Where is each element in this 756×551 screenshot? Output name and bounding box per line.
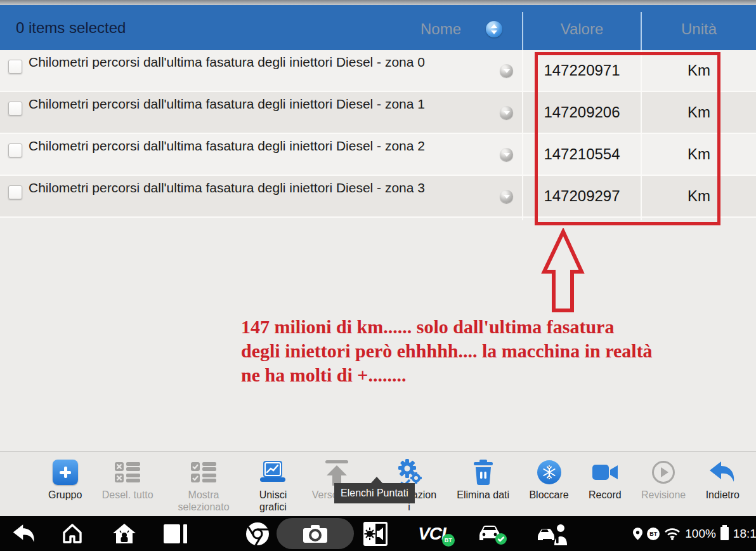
location-icon bbox=[633, 528, 642, 540]
toolbar-label: Mostra selezionato bbox=[173, 489, 234, 513]
toolbar-label: Bloccare bbox=[529, 489, 568, 501]
merge-graphs-icon bbox=[258, 460, 287, 485]
nav-chrome-button[interactable] bbox=[244, 516, 271, 551]
diagnostics-indicator[interactable] bbox=[533, 516, 573, 551]
toolbar-label: Record bbox=[589, 489, 622, 501]
record-button[interactable]: Record bbox=[589, 457, 622, 516]
annotation-text: 147 milioni di km...... solo dall'ultima… bbox=[241, 315, 755, 387]
battery-percent-label: 100% bbox=[685, 527, 716, 541]
top-divider bbox=[0, 0, 756, 5]
row-name: Chilometri percorsi dall'ultima fasatura… bbox=[29, 136, 482, 155]
show-selected-button[interactable]: Mostra selezionato bbox=[173, 457, 234, 516]
nav-camera-button[interactable] bbox=[277, 518, 354, 549]
row-checkbox[interactable] bbox=[8, 102, 22, 116]
group-button[interactable]: Gruppo bbox=[48, 457, 82, 516]
record-icon bbox=[592, 463, 618, 482]
sort-icon[interactable] bbox=[486, 21, 502, 37]
annotation-line: 147 milioni di km...... solo dall'ultima… bbox=[241, 315, 755, 339]
merge-graphs-button[interactable]: Unisci grafici bbox=[254, 457, 292, 516]
battery-icon bbox=[720, 527, 729, 540]
plus-icon bbox=[53, 460, 78, 485]
nav-android-home-button[interactable] bbox=[109, 516, 140, 551]
column-divider bbox=[522, 50, 523, 220]
row-expand-icon[interactable] bbox=[500, 106, 513, 119]
row-checkbox[interactable] bbox=[8, 60, 22, 74]
annotation-line: ne ha molti di +........ bbox=[241, 363, 755, 387]
android-navbar: VCI BT bbox=[0, 516, 756, 551]
brightness-speaker-icon bbox=[363, 521, 388, 547]
android-home-icon bbox=[112, 523, 137, 544]
red-annotation-arrow-icon bbox=[538, 228, 590, 314]
toolbar-label: Unisci grafici bbox=[254, 489, 292, 513]
header-divider bbox=[641, 12, 642, 54]
freeze-button[interactable]: Bloccare bbox=[529, 457, 568, 516]
wifi-icon bbox=[664, 528, 681, 540]
column-header-unita: Unità bbox=[642, 20, 756, 38]
settings-gear-icon bbox=[394, 458, 424, 486]
row-expand-icon[interactable] bbox=[500, 64, 513, 77]
move-up-icon bbox=[323, 459, 351, 486]
toolbar-label: Indietro bbox=[706, 489, 740, 501]
column-header-valore: Valore bbox=[523, 20, 641, 38]
toolbar-label: Revisione bbox=[641, 489, 686, 501]
review-play-icon bbox=[652, 461, 675, 484]
car-check-icon bbox=[476, 522, 509, 545]
toolbar-label: Desel. tutto bbox=[102, 489, 153, 501]
nav-back-icon bbox=[12, 523, 36, 545]
toolbar-label: Gruppo bbox=[48, 489, 82, 501]
car-mechanic-icon bbox=[537, 522, 570, 545]
nav-recents-button[interactable] bbox=[160, 516, 192, 551]
row-expand-icon[interactable] bbox=[500, 190, 513, 203]
row-checkbox[interactable] bbox=[8, 143, 22, 157]
tooltip-text: Elenchi Puntati bbox=[341, 488, 408, 498]
home-icon bbox=[61, 523, 84, 544]
vci-status-indicator[interactable]: VCI BT bbox=[408, 516, 455, 551]
deselect-all-icon bbox=[114, 461, 141, 484]
row-name: Chilometri percorsi dall'ultima fasatura… bbox=[29, 178, 482, 197]
elenchi-puntati-tooltip: Elenchi Puntati bbox=[334, 483, 415, 503]
header-divider bbox=[522, 12, 523, 54]
row-checkbox[interactable] bbox=[8, 185, 22, 199]
table-header-bar: 0 items selected Nome Valore Unità bbox=[0, 5, 756, 50]
vci-logo: VCI BT bbox=[418, 524, 446, 544]
back-arrow-icon bbox=[708, 460, 736, 484]
vehicle-connected-indicator[interactable] bbox=[472, 516, 512, 551]
delete-data-button[interactable]: Elimina dati bbox=[457, 457, 509, 516]
delete-data-icon bbox=[471, 459, 495, 486]
row-name: Chilometri percorsi dall'ultima fasatura… bbox=[29, 95, 482, 113]
recents-icon bbox=[164, 524, 188, 544]
row-name: Chilometri percorsi dall'ultima fasatura… bbox=[29, 53, 482, 71]
column-header-nome: Nome bbox=[403, 20, 479, 38]
freeze-snowflake-icon bbox=[537, 460, 561, 484]
bluetooth-status-icon: BT bbox=[647, 528, 660, 540]
nav-back-button[interactable] bbox=[9, 516, 39, 551]
deselect-all-button[interactable]: Desel. tutto bbox=[102, 457, 153, 516]
status-area: BT 100% 18:11 bbox=[633, 516, 756, 551]
back-button[interactable]: Indietro bbox=[706, 457, 740, 516]
nav-display-audio-button[interactable] bbox=[360, 516, 391, 551]
clock-label: 18:11 bbox=[733, 527, 756, 541]
show-selected-icon bbox=[190, 461, 218, 484]
toolbar-label: Elimina dati bbox=[457, 489, 509, 501]
chrome-icon bbox=[245, 522, 270, 546]
vci-bt-badge: BT bbox=[442, 534, 455, 547]
red-annotation-box bbox=[535, 52, 720, 225]
nav-home-button[interactable] bbox=[58, 516, 86, 551]
review-button[interactable]: Revisione bbox=[641, 457, 686, 516]
diagnostic-live-data-screen: 0 items selected Nome Valore Unità Chilo… bbox=[0, 0, 756, 551]
row-expand-icon[interactable] bbox=[500, 148, 513, 161]
annotation-line: degli iniettori però ehhhhh.... la macch… bbox=[241, 339, 755, 363]
camera-icon bbox=[302, 524, 329, 544]
selection-status: 0 items selected bbox=[16, 19, 126, 37]
